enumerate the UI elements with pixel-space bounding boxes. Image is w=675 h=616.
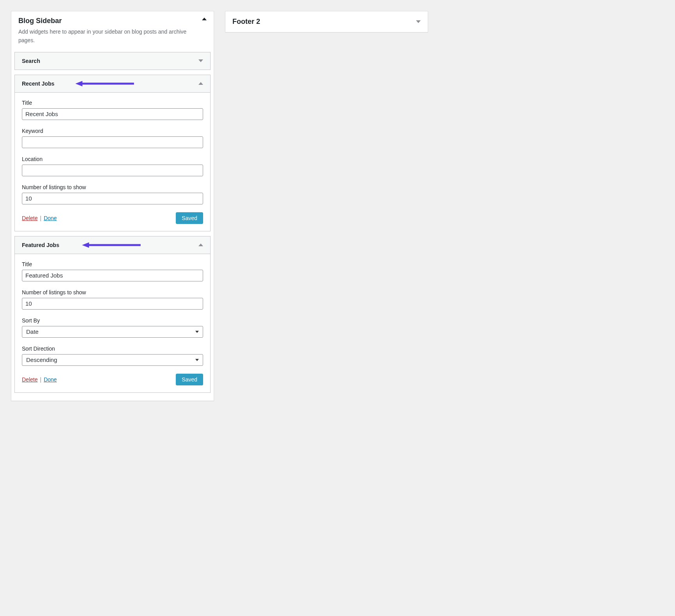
saved-button[interactable]: Saved <box>176 374 203 385</box>
keyword-field-group: Keyword <box>22 128 203 148</box>
location-input[interactable] <box>22 165 203 176</box>
title-field-group: Title <box>22 100 203 120</box>
chevron-down-icon <box>198 59 203 62</box>
chevron-up-icon <box>198 82 203 85</box>
recent-jobs-widget-title: Recent Jobs <box>22 81 54 87</box>
location-field-group: Location <box>22 156 203 176</box>
blog-sidebar-column: Blog Sidebar Add widgets here to appear … <box>11 11 214 405</box>
separator: | <box>38 376 43 383</box>
blog-sidebar-description: Add widgets here to appear in your sideb… <box>18 27 207 45</box>
done-link[interactable]: Done <box>44 376 57 383</box>
search-widget-title: Search <box>22 58 40 64</box>
listings-label: Number of listings to show <box>22 289 203 295</box>
recent-jobs-widget: Recent Jobs Title <box>14 75 211 231</box>
sortdir-field-group: Sort Direction Descending <box>22 346 203 366</box>
sortby-label: Sort By <box>22 317 203 324</box>
widget-actions: Delete | Done Saved <box>22 212 203 224</box>
chevron-up-icon <box>202 18 207 20</box>
title-field-group: Title <box>22 261 203 281</box>
widget-actions: Delete | Done Saved <box>22 374 203 385</box>
footer2-column: Footer 2 <box>225 11 428 405</box>
sortdir-label: Sort Direction <box>22 346 203 352</box>
arrow-annotation <box>75 81 134 87</box>
sortby-field-group: Sort By Date <box>22 317 203 338</box>
title-label: Title <box>22 100 203 106</box>
done-link[interactable]: Done <box>44 215 57 221</box>
title-label: Title <box>22 261 203 267</box>
listings-input[interactable] <box>22 298 203 310</box>
blog-sidebar-panel: Blog Sidebar Add widgets here to appear … <box>11 11 214 401</box>
location-label: Location <box>22 156 203 162</box>
blog-sidebar-title: Blog Sidebar <box>18 17 207 25</box>
recent-jobs-widget-body: Title Keyword Location Number of li <box>15 93 210 231</box>
featured-jobs-widget-header[interactable]: Featured Jobs <box>15 236 210 254</box>
widgets-container: Search Recent Jobs <box>11 52 214 401</box>
sortby-select[interactable]: Date <box>22 326 203 338</box>
chevron-up-icon <box>198 244 203 246</box>
keyword-label: Keyword <box>22 128 203 134</box>
arrow-annotation <box>82 242 141 248</box>
featured-jobs-widget-title: Featured Jobs <box>22 242 59 248</box>
listings-label: Number of listings to show <box>22 184 203 190</box>
footer2-panel: Footer 2 <box>225 11 428 32</box>
action-links: Delete | Done <box>22 376 57 383</box>
featured-jobs-widget: Featured Jobs Title <box>14 236 211 393</box>
title-input[interactable] <box>22 270 203 281</box>
featured-jobs-widget-body: Title Number of listings to show Sort By… <box>15 254 210 392</box>
keyword-input[interactable] <box>22 136 203 148</box>
action-links: Delete | Done <box>22 215 57 221</box>
blog-sidebar-header[interactable]: Blog Sidebar Add widgets here to appear … <box>11 11 214 52</box>
listings-field-group: Number of listings to show <box>22 289 203 310</box>
chevron-down-icon <box>416 20 421 23</box>
svg-marker-3 <box>82 242 89 248</box>
saved-button[interactable]: Saved <box>176 212 203 224</box>
search-widget: Search <box>14 52 211 70</box>
recent-jobs-widget-header[interactable]: Recent Jobs <box>15 75 210 93</box>
separator: | <box>38 215 43 221</box>
sortdir-select[interactable]: Descending <box>22 354 203 366</box>
delete-link[interactable]: Delete <box>22 376 38 383</box>
title-input[interactable] <box>22 108 203 120</box>
listings-field-group: Number of listings to show <box>22 184 203 204</box>
footer2-header[interactable]: Footer 2 <box>225 11 428 32</box>
search-widget-header[interactable]: Search <box>15 52 210 70</box>
footer2-title: Footer 2 <box>232 18 260 26</box>
listings-input[interactable] <box>22 193 203 204</box>
delete-link[interactable]: Delete <box>22 215 38 221</box>
svg-marker-1 <box>75 81 82 86</box>
